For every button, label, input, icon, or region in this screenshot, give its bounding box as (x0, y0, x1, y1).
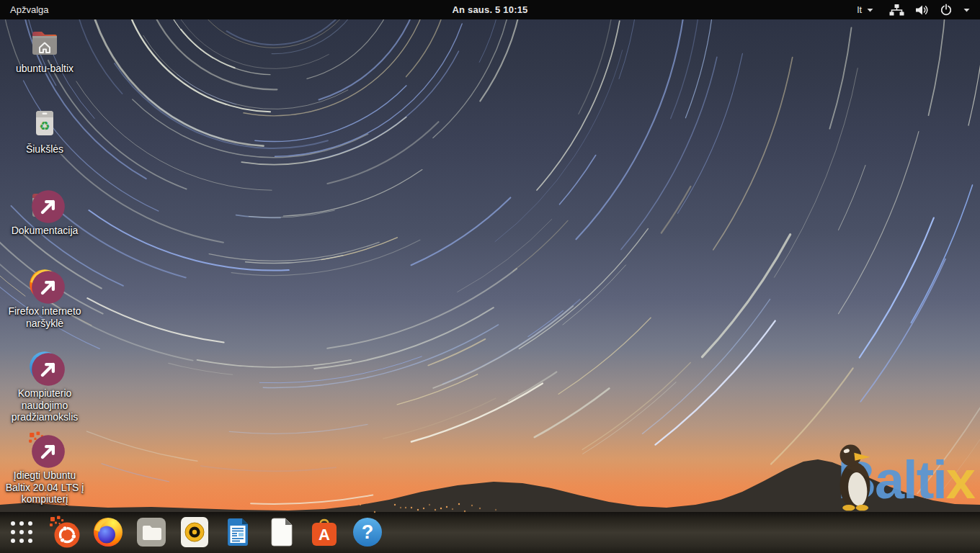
power-icon (940, 4, 953, 17)
keyboard-layout-label: lt (858, 4, 863, 15)
volume-icon (915, 4, 929, 16)
files-folder-icon (135, 516, 168, 549)
desktop-icon-home[interactable]: ubuntu-baltix (4, 24, 85, 75)
top-bar: Apžvalga An saus. 5 10:15 lt (0, 0, 980, 19)
dock-item-ubuntu-software[interactable]: A (308, 516, 341, 549)
network-wired-icon (889, 4, 904, 16)
dock-item-files[interactable] (135, 516, 168, 549)
desktop-icon-label: Įdiegti Ubuntu Baltix 20.04 LTS į kompiu… (4, 469, 85, 505)
dock-item-rhythmbox[interactable] (178, 516, 211, 549)
dock-item-firefox[interactable] (92, 516, 125, 549)
clock-label: An saus. 5 10:15 (452, 4, 527, 15)
software-letter-glyph: A (318, 526, 330, 544)
libreoffice-document-icon (264, 516, 298, 549)
recycle-glyph: ♻ (39, 119, 50, 133)
system-menu[interactable] (889, 0, 970, 19)
dock-item-libreoffice[interactable] (264, 516, 298, 549)
desktop-icon-label: Dokumentacija (12, 225, 79, 237)
clock[interactable]: An saus. 5 10:15 (452, 0, 527, 19)
desktop-icon-label: Šiukšlės (26, 143, 63, 156)
dock-item-ubuntu-baltix-installer[interactable] (48, 516, 81, 549)
symlink-badge-icon (31, 352, 66, 387)
dock-item-libreoffice-writer[interactable] (221, 516, 254, 549)
symlink-badge-icon (31, 189, 66, 224)
top-bar-indicators: lt (858, 0, 980, 19)
dock-item-show-applications[interactable] (5, 516, 38, 549)
wallpaper (0, 0, 980, 553)
ubuntu-installer-icon (48, 516, 81, 549)
desktop-icon-label: ubuntu-baltix (16, 63, 74, 75)
symlink-badge-icon (31, 270, 66, 305)
app-grid-icon (10, 521, 33, 544)
desktop-icon-installer[interactable]: Įdiegti Ubuntu Baltix 20.04 LTS į kompiu… (4, 431, 85, 505)
help-question-icon: ? (351, 516, 384, 549)
rhythmbox-speaker-icon (178, 516, 211, 549)
question-mark-glyph: ? (362, 521, 374, 543)
symlink-badge-icon (31, 434, 66, 469)
firefox-icon (92, 516, 125, 549)
trash-icon: ♻ (27, 105, 62, 140)
writer-document-icon (221, 516, 254, 549)
activities-label: Apžvalga (10, 4, 48, 15)
desktop-icon-help-primer[interactable]: ? Kompiuterio naudojimo pradžiamokslis (4, 349, 85, 423)
home-folder-icon (27, 24, 62, 59)
chevron-down-icon (963, 8, 970, 12)
desktop-icon-documentation[interactable]: Dokumentacija (4, 186, 85, 237)
desktop-icon-label: Kompiuterio naudojimo pradžiamokslis (4, 387, 85, 423)
dock: A ? (5, 515, 384, 549)
dock-item-help[interactable]: ? (351, 516, 384, 549)
desktop-icon-trash[interactable]: ♻ Šiukšlės (4, 105, 85, 156)
chevron-down-icon (867, 8, 873, 12)
keyboard-layout-indicator[interactable]: lt (858, 0, 874, 19)
software-bag-icon: A (308, 516, 341, 549)
desktop-icon-label: Firefox interneto naršyklė (4, 305, 85, 329)
activities-button[interactable]: Apžvalga (0, 0, 58, 19)
desktop-icon-firefox[interactable]: Firefox interneto naršyklė (4, 267, 85, 329)
